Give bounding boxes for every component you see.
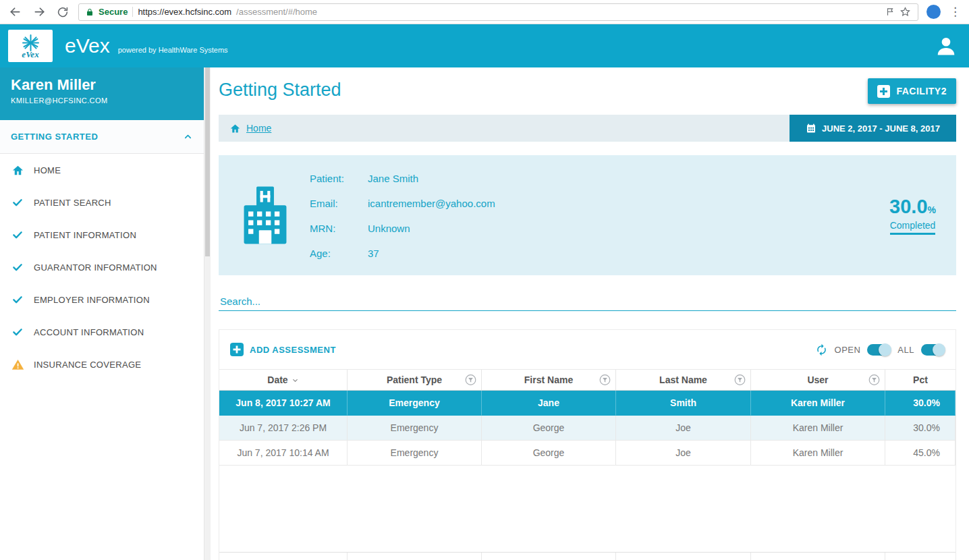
back-icon[interactable] — [8, 5, 22, 19]
sort-caret-icon — [292, 376, 299, 384]
sidebar-item-home[interactable]: HOME — [0, 154, 204, 186]
add-assessment-label: ADD ASSESSMENT — [250, 345, 336, 355]
open-toggle[interactable] — [867, 344, 891, 356]
sidebar-item-label: HOME — [34, 165, 61, 175]
sidebar-item-patient-search[interactable]: PATIENT SEARCH — [0, 186, 204, 219]
check-icon — [11, 293, 24, 306]
field-value: 37 — [368, 248, 379, 259]
field-label: Patient: — [310, 173, 368, 184]
cell-first-name: George — [482, 441, 616, 466]
sidebar-item-label: EMPLOYER INFORMATION — [34, 295, 150, 305]
chevron-up-icon — [183, 132, 193, 142]
facility-button[interactable]: FACILITY2 — [868, 78, 956, 104]
cell-date: Jun 7, 2017 2:26 PM — [219, 416, 348, 441]
url-host: https://evex.hcfsinc.com — [138, 7, 231, 17]
table-row[interactable]: Jun 7, 2017 10:14 AM Emergency George Jo… — [219, 441, 956, 466]
sidebar-item-employer-information[interactable]: EMPLOYER INFORMATION — [0, 283, 204, 316]
hospital-icon — [240, 184, 290, 247]
app-header: eVex eVex powered by HealthWare Systems — [0, 24, 969, 67]
filter-icon[interactable] — [734, 374, 746, 386]
secure-label: Secure — [99, 7, 128, 17]
browser-menu-icon[interactable]: ⋮ — [949, 6, 961, 18]
field-value: Unknown — [368, 223, 410, 234]
column-header-date[interactable]: Date — [219, 370, 348, 390]
scrollbar-thumb[interactable] — [205, 67, 210, 256]
column-header-pct[interactable]: Pct — [885, 370, 956, 390]
field-value: icantremember@yahoo.com — [368, 198, 495, 209]
app-tagline: powered by HealthWare Systems — [118, 46, 228, 54]
date-range-label: JUNE 2, 2017 - JUNE 8, 2017 — [822, 123, 940, 134]
sidebar-item-label: ACCOUNT INFORMATION — [34, 327, 144, 337]
filter-icon[interactable] — [868, 374, 880, 386]
lock-icon — [86, 7, 94, 17]
add-assessment-button[interactable]: ADD ASSESSMENT — [230, 343, 336, 356]
patient-field: Age: 37 — [310, 241, 495, 266]
browser-nav-buttons — [0, 5, 78, 19]
patient-field: MRN: Unknown — [310, 216, 495, 241]
sidebar-section-getting-started[interactable]: GETTING STARTED — [0, 120, 204, 154]
sidebar-item-label: PATIENT SEARCH — [34, 198, 111, 208]
sidebar-item-guarantor-information[interactable]: GUARANTOR INFORMATION — [0, 251, 204, 283]
toolbar-right: OPEN ALL — [815, 343, 945, 356]
browser-profile-avatar[interactable] — [926, 5, 941, 19]
breadcrumb-home-link[interactable]: Home — [246, 123, 271, 134]
date-range-picker[interactable]: JUNE 2, 2017 - JUNE 8, 2017 — [790, 115, 956, 142]
sidebar-item-insurance-coverage[interactable]: INSURANCE COVERAGE — [0, 348, 204, 381]
column-header-first-name[interactable]: First Name — [482, 370, 616, 390]
all-toggle-label: ALL — [897, 345, 914, 355]
column-header-user[interactable]: User — [751, 370, 885, 390]
breadcrumb: Home JUNE 2, 2017 - JUNE 8, 2017 — [219, 115, 956, 142]
sidebar-item-label: GUARANTOR INFORMATION — [34, 262, 157, 273]
cell-pct: 30.0% — [885, 391, 956, 416]
field-label: Email: — [310, 198, 368, 209]
column-header-last-name[interactable]: Last Name — [616, 370, 751, 390]
table-row[interactable]: Jun 8, 2017 10:27 AM Emergency Jane Smit… — [219, 391, 956, 416]
main-content: Getting Started FACILITY2 Home JUNE 2, 2… — [211, 67, 969, 560]
assessments-panel: ADD ASSESSMENT OPEN ALL Date Patient Ty — [219, 329, 956, 560]
user-name: Karen Miller — [11, 76, 193, 94]
refresh-icon[interactable] — [57, 6, 69, 18]
cell-pct: 45.0% — [885, 441, 956, 466]
sidebar-item-label: PATIENT INFORMATION — [34, 230, 136, 240]
completion-percent: 30.0% — [889, 196, 936, 218]
browser-right-controls: ⋮ — [926, 5, 969, 19]
filter-icon[interactable] — [465, 374, 476, 386]
column-header-patient-type[interactable]: Patient Type — [348, 370, 482, 390]
logo-wordmark: eVex — [22, 50, 38, 59]
home-icon — [229, 123, 241, 134]
search-input[interactable] — [219, 292, 956, 311]
address-separator — [132, 7, 133, 17]
cell-user: Karen Miller — [751, 416, 885, 441]
toggle-knob — [879, 343, 891, 356]
user-profile-icon[interactable] — [934, 34, 958, 58]
sidebar-item-patient-information[interactable]: PATIENT INFORMATION — [0, 219, 204, 251]
plus-square-icon — [230, 343, 244, 356]
check-icon — [11, 196, 24, 208]
cell-pct: 30.0% — [885, 416, 956, 441]
table-row[interactable]: Jun 7, 2017 2:26 PM Emergency George Joe… — [219, 416, 956, 441]
field-label: Age: — [310, 248, 368, 259]
toggle-knob — [933, 343, 945, 356]
refresh-assessments-icon[interactable] — [815, 343, 828, 356]
field-label: MRN: — [310, 223, 368, 234]
browser-toolbar: Secure https://evex.hcfsinc.com/assessme… — [0, 0, 969, 24]
address-bar[interactable]: Secure https://evex.hcfsinc.com/assessme… — [78, 3, 918, 21]
sidebar-item-label: INSURANCE COVERAGE — [34, 360, 141, 370]
cell-user: Karen Miller — [751, 441, 885, 466]
content-scrollbar[interactable] — [204, 67, 211, 560]
bookmark-star-icon[interactable] — [899, 6, 911, 18]
all-toggle[interactable] — [921, 344, 945, 356]
patient-field: Email: icantremember@yahoo.com — [310, 191, 495, 216]
cell-last-name: Joe — [616, 441, 751, 466]
check-icon — [11, 229, 24, 241]
forward-icon[interactable] — [32, 5, 47, 19]
filter-icon[interactable] — [599, 374, 611, 386]
sidebar-item-account-information[interactable]: ACCOUNT INFORMATION — [0, 316, 204, 348]
plus-square-icon — [877, 85, 890, 98]
open-toggle-label: OPEN — [835, 345, 861, 355]
save-page-flag-icon[interactable] — [885, 7, 895, 17]
cell-first-name: Jane — [482, 391, 616, 416]
check-icon — [11, 261, 24, 273]
sidebar-menu: HOME PATIENT SEARCH PATIENT INFORMATION … — [0, 154, 204, 381]
section-title: GETTING STARTED — [11, 132, 98, 142]
